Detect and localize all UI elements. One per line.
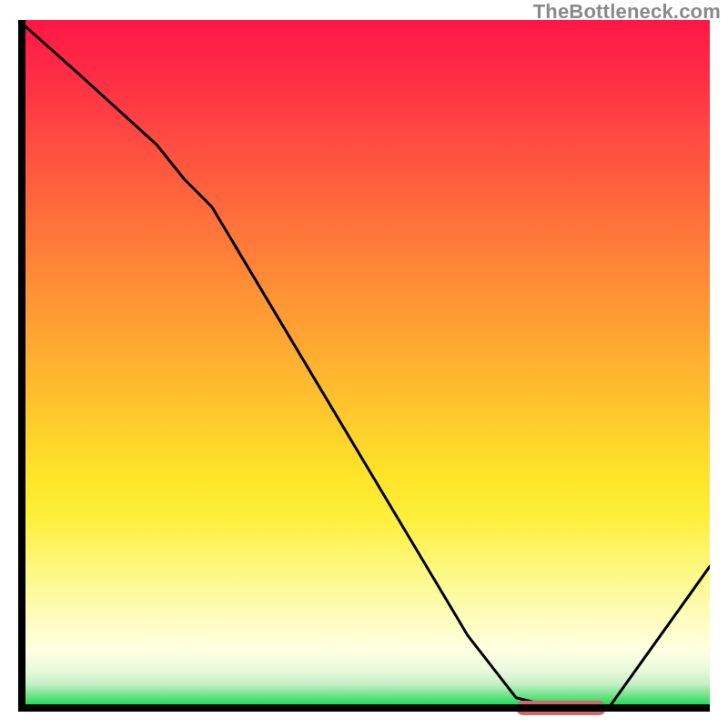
chart-container: TheBottleneck.com (0, 0, 728, 728)
chart-background-gradient (18, 20, 710, 712)
